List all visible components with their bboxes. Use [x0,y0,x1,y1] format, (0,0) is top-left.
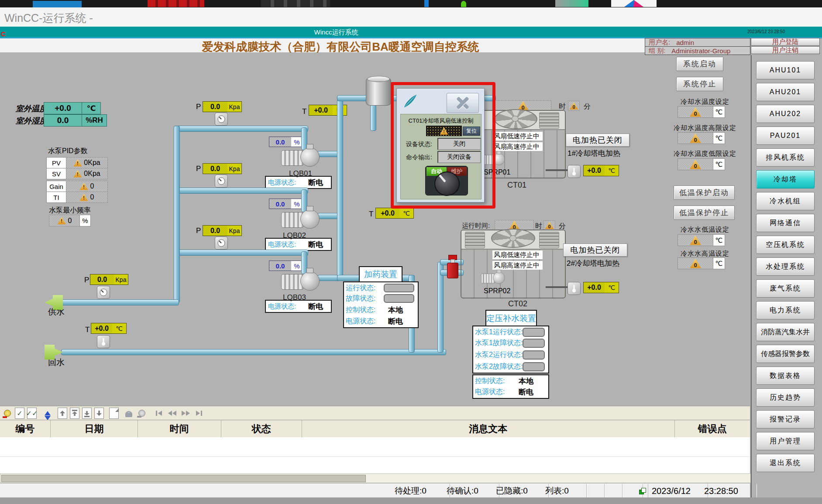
ct02-fan-low-status[interactable]: 风扇低速停止中 [492,250,543,259]
sidebar-item-sensor-alarm-params[interactable]: 传感器报警参数 [756,345,815,363]
alarm-table-body[interactable] [0,437,750,473]
taskbar-app-icon[interactable] [33,1,82,7]
sidebar-item-air-compressor[interactable]: 空压机系统 [756,236,815,254]
single-ack-button[interactable]: ✓ [14,408,25,419]
pressure-gauge-icon[interactable] [97,286,110,299]
pressure-gauge-icon[interactable] [215,175,228,188]
pump2-name: LQB02 [283,231,306,240]
cooling-low-limit-input[interactable]: 0 [678,158,713,170]
sidebar-item-pau201[interactable]: PAU201 [756,127,815,145]
low-temp-protect-start-button[interactable]: 低温保护启动 [674,185,735,200]
scrollbar-thumb[interactable] [1,475,366,482]
tank-top [367,76,390,82]
col-errorpoint[interactable]: 错误点 [675,420,750,438]
dosing-panel-title: 加药装置 [359,266,402,283]
sidebar-item-exhaust-fan[interactable]: 排风机系统 [756,148,815,167]
chilled-high-setpoint-input[interactable]: 0 [678,257,713,269]
system-stop-button[interactable]: 系统停止 [676,77,723,91]
low-temp-protect-stop-button[interactable]: 低温保护停止 [674,206,735,220]
taskbar-app-icon[interactable] [461,1,466,7]
taskbar-app-icon[interactable] [148,0,204,7]
taskbar-app-icon[interactable] [424,0,429,7]
pump3-frequency-field: 0.0% [269,261,303,271]
group-row: 组 别: Administrator-Group [645,46,750,55]
outdoor-humidity-value: 0.0 [44,114,82,127]
sort-button[interactable] [42,408,53,419]
ct02-temp-field: +0.0℃ [583,282,619,293]
cooling-high-limit-label: 冷却水温度高限设定 [664,124,746,132]
ct02-spray-pump-graphic[interactable] [481,271,504,284]
cooling-low-limit-label: 冷却水温度低限设定 [664,150,746,158]
sidebar-item-ahu202[interactable]: AHU202 [756,105,815,123]
nav-next-icon[interactable] [180,408,191,419]
nav-first-icon[interactable] [154,408,165,419]
ct01-fan-low-status[interactable]: 风扇低速停止中 [492,132,543,141]
page-down-button[interactable] [81,408,93,419]
pid-pv-label: PV [46,157,66,168]
sidebar-item-waste-gas[interactable]: 废气系统 [756,279,815,298]
last-message-button[interactable] [93,408,105,419]
ct01-heater-status[interactable]: 电加热已关闭 [566,134,629,147]
sidebar-item-history-trend[interactable]: 历史趋势 [756,388,815,407]
ct02-name: CT02 [508,299,527,309]
ct02-fan-high-status[interactable]: 风扇高速停止中 [492,261,543,270]
horizontal-scrollbar[interactable] [0,473,751,483]
window-titlebar[interactable]: WinCC-运行系统 - [0,7,822,27]
taskbar-app-icon[interactable] [611,0,657,7]
col-state[interactable]: 状态 [221,420,302,438]
sidebar-item-alarm-record[interactable]: 报警记录 [756,410,815,429]
cooling-high-limit-input[interactable]: 0 [678,132,713,144]
taskbar-app-icon[interactable] [261,0,330,7]
logout-button[interactable]: 用户注销 [751,46,820,54]
sidebar-item-water-treatment[interactable]: 水处理系统 [756,257,815,276]
sidebar-item-ahu201[interactable]: AHU201 [756,83,815,101]
sidebar-item-exit[interactable]: 退出系统 [756,454,815,472]
pressure-gauge-icon[interactable] [215,113,228,126]
col-number[interactable]: 编号 [0,420,51,438]
page-up-button[interactable] [69,408,80,419]
sidebar-item-cooling-tower[interactable]: 冷却塔 [756,170,815,189]
pump3-graphic[interactable] [281,271,319,291]
pump2-graphic[interactable] [281,209,319,229]
thermometer-icon[interactable] [567,165,581,178]
thermometer-icon[interactable] [97,335,110,348]
info-text-button[interactable] [108,408,120,419]
sidebar-item-power[interactable]: 电力系统 [756,301,815,319]
window-title: WinCC-运行系统 - [4,11,93,25]
username-value: admin [676,39,694,46]
alarm-bulb-off-button[interactable] [2,408,13,419]
makeup-row-4: 水泵2故障状态: [472,361,549,374]
sidebar-item-user-management[interactable]: 用户管理 [756,432,815,450]
lock-button[interactable] [123,408,134,419]
col-time[interactable]: 时间 [138,420,221,438]
pump1-graphic[interactable] [281,147,319,167]
username-row: 用户名: admin [645,38,750,47]
pressure-gauge-icon[interactable] [215,237,228,250]
col-message[interactable]: 消息文本 [302,420,675,438]
chilled-low-setpoint-input[interactable]: 0 [678,234,713,246]
corner-mark: C [1,30,6,38]
sidebar-item-ahu101[interactable]: AHU101 [756,61,815,79]
nav-last-icon[interactable] [193,408,204,419]
taskbar-app-icon[interactable] [555,0,588,7]
col-date[interactable]: 日期 [51,420,138,438]
nav-prev-icon[interactable] [167,408,178,419]
sidebar-item-network[interactable]: 网络通信 [756,214,815,232]
thermometer-icon[interactable] [567,282,581,295]
ct02-heater-status[interactable]: 电加热已关闭 [563,243,627,257]
cooling-setpoint-input[interactable]: 0 [678,106,713,118]
group-ack-button[interactable]: ✓✓ [26,408,38,419]
alarm-status-bar: 待处理:0 待确认:0 已隐藏:0 列表:0 2023/6/12 23:28:5… [0,483,750,498]
sidebar-item-fire-steam-sump[interactable]: 消防蒸汽集水井 [756,323,815,341]
sidebar-item-data-table[interactable]: 数据表格 [756,367,815,385]
red-valve-icon[interactable] [447,255,457,278]
ct01-name: CT01 [507,181,526,190]
first-message-button[interactable] [57,408,68,419]
system-start-button[interactable]: 系统启动 [676,57,723,71]
status-date: 2023/6/12 [648,484,708,498]
ct01-fan-high-status[interactable]: 风扇高速停止中 [492,142,543,151]
hide-bulb-button[interactable] [136,408,148,419]
sidebar-item-chiller[interactable]: 冷水机组 [756,192,815,210]
pid-gain-value: 0 [66,181,108,192]
login-button[interactable]: 用户登陆 [751,38,820,46]
